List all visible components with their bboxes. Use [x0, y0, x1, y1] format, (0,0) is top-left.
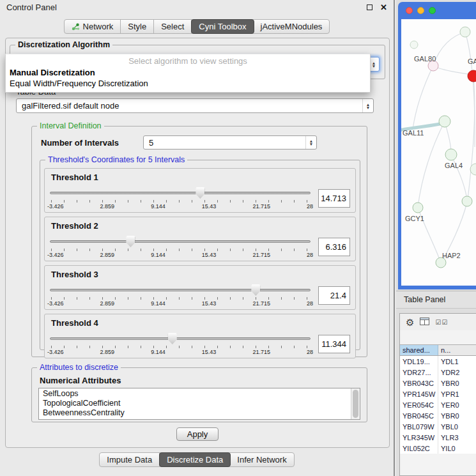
group-title: Interval Definition	[37, 121, 104, 130]
table-cell: YBL079W	[400, 421, 438, 432]
attribute-list-item[interactable]: BetweennessCentrality	[39, 408, 350, 417]
tick-label: 2.859	[100, 252, 115, 258]
tick-label: 28	[307, 203, 313, 210]
network-canvas[interactable]: GAL80 GA GAL11 GAL4 GCY1 HAP2	[401, 19, 476, 286]
network-node	[460, 27, 470, 37]
table-cell: YER054C	[400, 399, 438, 410]
window-title: Control Panel	[6, 3, 57, 12]
tab-style[interactable]: Style	[121, 20, 154, 33]
tab-label: Network	[83, 22, 114, 31]
minimize-traffic-icon[interactable]	[417, 7, 424, 14]
table-cell: YBR0	[438, 410, 476, 421]
table-row[interactable]: YBR045CYBR0	[400, 410, 476, 421]
table-cell: YPR145W	[400, 388, 438, 399]
network-icon	[72, 23, 80, 31]
slider-tick-labels: -3.4262.8599.14415.4321.71528	[47, 349, 313, 355]
network-view-window[interactable]: GAL80 GA GAL11 GAL4 GCY1 HAP2	[398, 2, 476, 289]
tick-label: 2.859	[100, 349, 115, 355]
table-row[interactable]: YIL052CYIL0	[400, 443, 476, 454]
column-header-name[interactable]: n...	[438, 345, 476, 355]
tick-label: -3.426	[47, 203, 64, 210]
dropdown-placeholder-item[interactable]: Select algorithm to view settings	[6, 54, 370, 67]
dropdown-option-manual-discretization[interactable]: Manual Discretization	[6, 67, 370, 78]
close-icon[interactable]: ✕	[380, 3, 387, 12]
threshold-4-block: Threshold 4 -3.4262.8599.14415.4321.7152…	[44, 314, 356, 358]
table-panel-window: ⚙ ☑☑ shared... n... YDL19...YDL1YDR27...…	[399, 313, 476, 476]
table-row[interactable]: YBR043CYBR0	[400, 378, 476, 388]
close-traffic-icon[interactable]	[406, 7, 413, 14]
columns-icon[interactable]	[420, 316, 429, 328]
tab-discretize-data[interactable]: Discretize Data	[159, 452, 231, 467]
gear-icon[interactable]: ⚙	[406, 318, 414, 327]
select-columns-icon[interactable]: ☑☑	[435, 319, 448, 326]
attribute-list-item[interactable]: TopologicalCoefficient	[39, 398, 350, 408]
threshold-3-value[interactable]: 21.4	[318, 286, 350, 305]
threshold-1-slider[interactable]: -3.4262.8599.14415.4321.71528	[50, 186, 311, 210]
group-title: Threshold's Coordinates for 5 Intervals	[45, 155, 187, 164]
network-node	[462, 196, 472, 206]
slider-track[interactable]	[50, 289, 311, 291]
network-node-gal4	[445, 149, 457, 160]
number-of-intervals-label: Number of Intervals	[41, 138, 143, 148]
node-label-partial: GA	[468, 58, 476, 65]
table-row[interactable]: YDR27...YDR2	[400, 367, 476, 378]
slider-tick-labels: -3.4262.8599.14415.4321.71528	[47, 300, 313, 307]
table-row[interactable]: YBL079WYBL0	[400, 421, 476, 432]
slider-tick-labels: -3.4262.8599.14415.4321.71528	[47, 252, 313, 258]
slider-thumb[interactable]	[126, 236, 135, 247]
threshold-label: Threshold 4	[51, 318, 350, 328]
threshold-2-value[interactable]: 6.316	[318, 238, 350, 256]
number-of-intervals-combobox[interactable]: 5 ▲▼	[143, 135, 317, 150]
slider-track[interactable]	[50, 240, 311, 243]
threshold-3-slider[interactable]: -3.4262.8599.14415.4321.71528	[50, 283, 311, 307]
listbox-scrollbar[interactable]	[351, 388, 360, 419]
threshold-2-slider[interactable]: -3.4262.8599.14415.4321.71528	[50, 234, 311, 259]
group-title: Discretization Algorithm	[15, 40, 112, 49]
threshold-1-value[interactable]: 14.713	[318, 189, 350, 208]
tick-label: 28	[307, 300, 313, 307]
attribute-list-item[interactable]: SelfLoops	[39, 388, 350, 398]
zoom-traffic-icon[interactable]	[429, 7, 436, 14]
slider-thumb[interactable]	[168, 333, 177, 344]
threshold-4-value[interactable]: 11.344	[318, 335, 350, 353]
tick-label: 21.715	[252, 300, 270, 307]
threshold-4-slider[interactable]: -3.4262.8599.14415.4321.71528	[50, 332, 311, 356]
node-label-hap2: HAP2	[442, 252, 461, 259]
dropdown-option-equal-width-frequency[interactable]: Equal Width/Frequency Discretization	[6, 78, 370, 89]
table-cell: YLR3	[438, 432, 476, 443]
table-row[interactable]: YPR145WYPR1	[400, 388, 476, 399]
tick-label: 15.43	[202, 300, 217, 307]
tick-label: 21.715	[252, 252, 270, 258]
slider-track[interactable]	[50, 337, 311, 340]
tab-cyni-toolbox[interactable]: Cyni Toolbox	[191, 19, 254, 34]
tab-label: Style	[128, 22, 146, 31]
table-panel-header: Table Panel	[396, 291, 476, 309]
tab-select[interactable]: Select	[154, 20, 192, 33]
table-cell: YBR045C	[400, 410, 438, 421]
tab-infer-network[interactable]: Infer Network	[230, 453, 293, 466]
slider-thumb[interactable]	[196, 187, 204, 199]
cyni-toolbox-panel: Discretization Algorithm ▲▼ Table Data g…	[5, 38, 390, 448]
slider-ticks	[51, 346, 309, 348]
float-window-icon[interactable]	[367, 4, 372, 10]
table-row[interactable]: YLR345WYLR3	[400, 432, 476, 443]
slider-tick-labels: -3.4262.8599.14415.4321.71528	[47, 203, 313, 210]
window-controls	[406, 7, 436, 14]
threshold-2-block: Threshold 2 -3.4262.8599.14415.4321.7152…	[44, 217, 356, 261]
slider-ticks	[51, 249, 309, 251]
numerical-attributes-listbox[interactable]: SelfLoopsTopologicalCoefficientBetweenne…	[38, 388, 360, 420]
tick-label: 28	[307, 349, 313, 355]
table-data-combobox[interactable]: galFiltered.sif default node ▲▼	[16, 98, 374, 113]
tab-network[interactable]: Network	[65, 20, 121, 33]
tab-impute-data[interactable]: Impute Data	[100, 453, 160, 466]
table-row[interactable]: YER054CYER0	[400, 399, 476, 410]
slider-track[interactable]	[50, 192, 311, 194]
tick-label: 15.43	[202, 203, 217, 210]
tab-jactivemnodules[interactable]: jActiveMNodules	[254, 20, 330, 33]
node-label-gal80: GAL80	[414, 55, 436, 63]
table-row[interactable]: YDL19...YDL1	[400, 356, 476, 367]
apply-button[interactable]: Apply	[176, 427, 219, 441]
slider-thumb[interactable]	[251, 284, 260, 296]
table-cell: YDR2	[438, 367, 476, 378]
column-header-shared-name[interactable]: shared...	[400, 345, 438, 355]
